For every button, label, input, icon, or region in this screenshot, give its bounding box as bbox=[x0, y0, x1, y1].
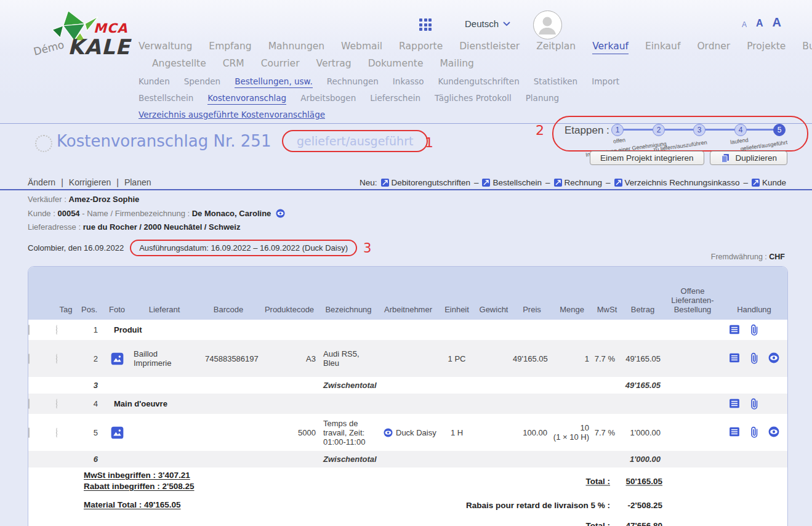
separator: – bbox=[743, 178, 748, 187]
subnav-item[interactable]: Spenden bbox=[184, 76, 220, 88]
section-divider bbox=[0, 189, 812, 190]
avatar[interactable] bbox=[533, 10, 562, 39]
row-radio[interactable] bbox=[56, 399, 57, 409]
integrate-project-button[interactable]: Einem Projekt integrieren bbox=[590, 151, 704, 165]
language-label: Deutsch bbox=[465, 18, 499, 29]
nav-item[interactable]: Angestellte bbox=[152, 58, 206, 71]
font-size-large[interactable]: A bbox=[773, 16, 781, 28]
eye-icon[interactable] bbox=[276, 209, 285, 218]
nav-item[interactable]: Mahnungen bbox=[268, 41, 324, 54]
category-title: Main d'oeuvre bbox=[103, 399, 721, 408]
kunde-mid-label: - Name / Firmenbezeichnung : bbox=[82, 209, 190, 218]
handlung-slot bbox=[764, 352, 784, 365]
nav-item[interactable]: Rapporte bbox=[399, 41, 443, 54]
stage-circle[interactable]: 2 bbox=[653, 124, 665, 136]
stage-circle[interactable]: 1 bbox=[611, 124, 624, 136]
subnav-item[interactable]: Import bbox=[592, 76, 619, 88]
handlung-cell bbox=[721, 426, 787, 439]
font-size-medium[interactable]: A bbox=[756, 18, 763, 28]
subnav-link-verzeichnis[interactable]: Verzeichnis ausgeführte Kostenvoranschlä… bbox=[139, 110, 325, 119]
subnav-item[interactable]: Bestellungen, usw. bbox=[235, 76, 313, 88]
subnav-item[interactable]: Bestellschein bbox=[139, 93, 193, 105]
nav-item[interactable]: CRM bbox=[223, 58, 244, 71]
stage-circle[interactable]: 4 bbox=[734, 124, 747, 136]
einheit-cell: 1 PC bbox=[439, 354, 475, 363]
eye-icon[interactable] bbox=[768, 426, 779, 439]
list-icon[interactable] bbox=[729, 324, 740, 336]
language-selector[interactable]: Deutsch bbox=[465, 18, 510, 29]
nav-item[interactable]: Mailing bbox=[440, 58, 473, 71]
subnav-item[interactable]: Lieferschein bbox=[370, 93, 420, 105]
nav-item[interactable]: Dienstleister bbox=[459, 41, 520, 54]
new-link[interactable]: Debitorengutschriften bbox=[381, 178, 470, 187]
nav-item[interactable]: Einkauf bbox=[645, 41, 680, 54]
subnav-item[interactable]: Kundengutschriften bbox=[438, 76, 520, 88]
annotation-1: 1 bbox=[425, 135, 433, 150]
photo-icon[interactable] bbox=[111, 426, 124, 439]
edit-action-link[interactable]: Planen bbox=[124, 177, 151, 187]
photo-icon[interactable] bbox=[111, 352, 124, 365]
eye-icon[interactable] bbox=[768, 352, 779, 365]
new-link[interactable]: Kunde bbox=[752, 178, 786, 187]
nav-item[interactable]: Empfang bbox=[209, 41, 251, 54]
mwst-cell: 7.7 % bbox=[593, 428, 621, 437]
edit-action-link[interactable]: Korrigieren bbox=[69, 177, 111, 187]
verkaufer-line: Verkäufer : Amez-Droz Sophie bbox=[28, 193, 285, 207]
bezeichnung-cell: Audi RS5, Bleu bbox=[320, 349, 377, 368]
discount-label: Rabais pour retard de livraison 5 % : bbox=[466, 500, 610, 509]
edit-action-link[interactable]: Ändern bbox=[28, 177, 55, 187]
row-radio[interactable] bbox=[56, 354, 57, 364]
subnav-item[interactable]: Kunden bbox=[139, 76, 170, 88]
nav-item[interactable]: Verkauf bbox=[592, 41, 629, 54]
new-link[interactable]: Bestellschein bbox=[482, 178, 542, 187]
nav-item[interactable]: Ordner bbox=[697, 41, 730, 54]
nav-item[interactable]: Vertrag bbox=[316, 58, 352, 71]
handlung-slot bbox=[725, 352, 744, 365]
new-link-label: Rechnung bbox=[565, 178, 603, 187]
eye-icon[interactable] bbox=[384, 428, 393, 437]
list-icon[interactable] bbox=[729, 352, 740, 365]
nav-item[interactable]: Dokumente bbox=[368, 58, 424, 71]
nav-item[interactable]: Buchhaltung bbox=[802, 41, 812, 54]
row-checkbox[interactable] bbox=[28, 399, 30, 409]
list-icon[interactable] bbox=[729, 426, 740, 439]
subnav-item[interactable]: Planung bbox=[526, 93, 559, 105]
row-radio[interactable] bbox=[56, 427, 57, 438]
row-radio[interactable] bbox=[56, 325, 57, 335]
main-nav-row2: AngestellteCRMCourrierVertragDokumenteMa… bbox=[152, 58, 474, 71]
row-checkbox[interactable] bbox=[28, 354, 30, 364]
row-checkbox[interactable] bbox=[28, 427, 30, 438]
list-icon[interactable] bbox=[729, 398, 740, 410]
subnav-item[interactable]: Kostenvoranschlag bbox=[207, 93, 286, 105]
font-size-small[interactable]: A bbox=[742, 21, 747, 28]
clip-icon[interactable] bbox=[748, 398, 760, 410]
copy-icon bbox=[720, 153, 730, 163]
ext-icon bbox=[381, 179, 389, 187]
new-link-label: Kunde bbox=[762, 178, 786, 187]
menge-cell: 1 bbox=[551, 354, 593, 363]
nav-item[interactable]: Courrier bbox=[261, 58, 300, 71]
stage-circle[interactable]: 3 bbox=[693, 124, 705, 136]
duplicate-button[interactable]: Duplizieren bbox=[710, 151, 788, 165]
new-link[interactable]: Verzeichnis Rechnungsinkasso bbox=[614, 178, 740, 187]
nav-item[interactable]: Projekte bbox=[747, 41, 786, 54]
foto-cell bbox=[103, 352, 131, 365]
new-link[interactable]: Rechnung bbox=[554, 178, 603, 187]
subnav-item[interactable]: Tägliches Protokoll bbox=[435, 93, 512, 105]
produktecode-cell: 5000 bbox=[259, 428, 320, 437]
subnav-item[interactable]: Arbeitsbogen bbox=[300, 93, 356, 105]
nav-item[interactable]: Zeitplan bbox=[536, 41, 576, 54]
stage-circle[interactable]: 5 bbox=[773, 124, 786, 136]
nav-item[interactable]: Verwaltung bbox=[139, 41, 192, 54]
subnav-item[interactable]: Rechnungen bbox=[327, 76, 379, 88]
clip-icon[interactable] bbox=[748, 352, 760, 365]
clip-icon[interactable] bbox=[748, 324, 760, 336]
clip-icon[interactable] bbox=[748, 426, 760, 439]
handlung-slot bbox=[744, 352, 764, 365]
subnav-item[interactable]: Inkasso bbox=[393, 76, 424, 88]
nav-item[interactable]: Webmail bbox=[341, 41, 382, 54]
app-logo[interactable]: MCA KALE Démo bbox=[32, 10, 161, 69]
subnav-item[interactable]: Statistiken bbox=[534, 76, 577, 88]
apps-grid-icon[interactable] bbox=[419, 18, 432, 31]
row-checkbox[interactable] bbox=[28, 325, 30, 335]
